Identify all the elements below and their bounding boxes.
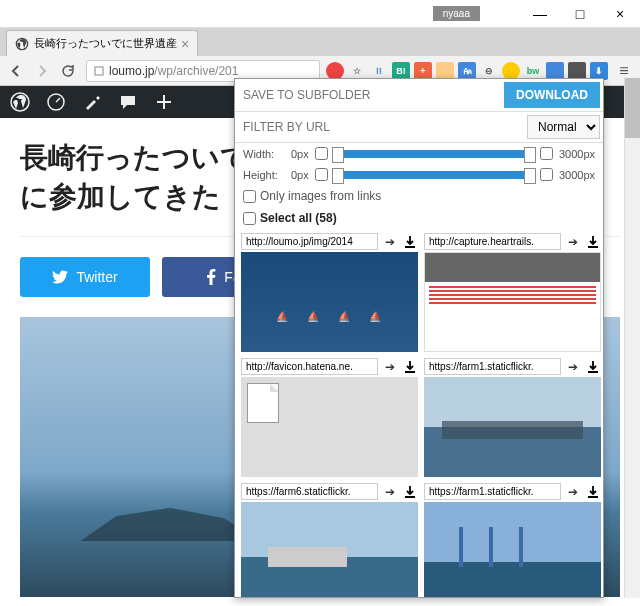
ext-icon-dots[interactable]: ⁞⁞	[370, 62, 388, 80]
image-thumbnail[interactable]	[424, 502, 601, 598]
open-link-icon[interactable]: ➔	[565, 234, 581, 250]
image-thumbnail[interactable]	[424, 252, 601, 352]
comments-icon[interactable]	[118, 92, 138, 112]
ext-icon-6[interactable]: ⊖	[480, 62, 498, 80]
ext-icon-10[interactable]	[568, 62, 586, 80]
file-icon	[247, 383, 279, 423]
maximize-button[interactable]: □	[560, 0, 600, 28]
open-link-icon[interactable]: ➔	[382, 484, 398, 500]
filter-url-input[interactable]	[235, 114, 524, 140]
minimize-button[interactable]: —	[520, 0, 560, 28]
wp-logo-icon[interactable]	[10, 92, 30, 112]
image-item: ➔	[241, 233, 418, 352]
wordpress-icon	[15, 37, 29, 51]
window-titlebar: nyaaa — □ ×	[0, 0, 640, 28]
ext-icon-7[interactable]	[502, 62, 520, 80]
dashboard-icon[interactable]	[46, 92, 66, 112]
width-max-checkbox[interactable]	[540, 147, 553, 160]
image-thumbnail[interactable]	[241, 377, 418, 477]
height-slider[interactable]	[334, 171, 534, 179]
download-item-icon[interactable]	[585, 234, 601, 250]
image-url-input[interactable]	[241, 483, 378, 500]
tab-close-icon[interactable]: ×	[181, 36, 189, 52]
image-url-input[interactable]	[241, 233, 378, 250]
close-button[interactable]: ×	[600, 0, 640, 28]
forward-button[interactable]	[30, 59, 54, 83]
site-info-icon	[93, 65, 105, 77]
twitter-share-button[interactable]: Twitter	[20, 257, 150, 297]
image-thumbnail[interactable]	[241, 252, 418, 352]
image-item: ➔	[424, 483, 601, 598]
download-item-icon[interactable]	[402, 484, 418, 500]
download-item-icon[interactable]	[402, 359, 418, 375]
image-item: ➔	[241, 483, 418, 598]
browser-tab[interactable]: 長崎行ったついでに世界遺産 ×	[6, 30, 198, 56]
download-extension-icon[interactable]: ⬇	[590, 62, 608, 80]
width-filter-row: Width: 0px 3000px	[235, 143, 603, 164]
browser-tabbar: 長崎行ったついでに世界遺産 ×	[0, 28, 640, 56]
only-links-row: Only images from links	[235, 185, 603, 207]
image-item: ➔	[241, 358, 418, 477]
image-thumbnail[interactable]	[241, 502, 418, 598]
scrollbar-thumb[interactable]	[625, 78, 640, 138]
filter-mode-select[interactable]: Normal	[527, 115, 600, 139]
facebook-icon	[206, 269, 216, 285]
image-item: ➔	[424, 233, 601, 352]
url-path: /wp/archive/201	[154, 64, 238, 78]
download-item-icon[interactable]	[585, 359, 601, 375]
image-url-input[interactable]	[241, 358, 378, 375]
image-thumbnail[interactable]	[424, 377, 601, 477]
image-url-input[interactable]	[424, 358, 561, 375]
tab-title: 長崎行ったついでに世界遺産	[34, 36, 177, 51]
open-link-icon[interactable]: ➔	[565, 484, 581, 500]
height-min-checkbox[interactable]	[315, 168, 328, 181]
width-min-checkbox[interactable]	[315, 147, 328, 160]
subfolder-input[interactable]	[235, 82, 501, 108]
user-badge: nyaaa	[433, 6, 480, 21]
back-button[interactable]	[4, 59, 28, 83]
ext-icon-hatena[interactable]: B!	[392, 62, 410, 80]
ext-icon-red[interactable]	[326, 62, 344, 80]
open-link-icon[interactable]: ➔	[382, 234, 398, 250]
only-links-checkbox[interactable]	[243, 190, 256, 203]
open-link-icon[interactable]: ➔	[565, 359, 581, 375]
customize-icon[interactable]	[82, 92, 102, 112]
add-new-icon[interactable]	[154, 92, 174, 112]
svg-rect-2	[95, 67, 103, 75]
image-item: ➔	[424, 358, 601, 477]
height-max-checkbox[interactable]	[540, 168, 553, 181]
ext-icon-plus[interactable]: +	[414, 62, 432, 80]
ext-icon-4[interactable]	[436, 62, 454, 80]
url-host: loumo.jp	[109, 64, 154, 78]
select-all-row: Select all (58)	[235, 207, 603, 229]
image-url-input[interactable]	[424, 483, 561, 500]
vertical-scrollbar[interactable]	[624, 78, 640, 598]
download-button[interactable]: DOWNLOAD	[504, 82, 600, 108]
image-downloader-panel: DOWNLOAD Normal Width: 0px 3000px Height…	[234, 78, 604, 598]
height-filter-row: Height: 0px 3000px	[235, 164, 603, 185]
reload-button[interactable]	[56, 59, 80, 83]
select-all-checkbox[interactable]	[243, 212, 256, 225]
download-item-icon[interactable]	[585, 484, 601, 500]
open-link-icon[interactable]: ➔	[382, 359, 398, 375]
image-url-input[interactable]	[424, 233, 561, 250]
star-icon[interactable]: ☆	[348, 62, 366, 80]
ext-icon-translate[interactable]: 🗛	[458, 62, 476, 80]
image-grid: ➔➔➔➔➔➔	[235, 229, 603, 598]
ext-icon-bw[interactable]: bw	[524, 62, 542, 80]
width-slider[interactable]	[334, 150, 534, 158]
download-item-icon[interactable]	[402, 234, 418, 250]
twitter-icon	[52, 269, 68, 285]
ext-icon-9[interactable]	[546, 62, 564, 80]
